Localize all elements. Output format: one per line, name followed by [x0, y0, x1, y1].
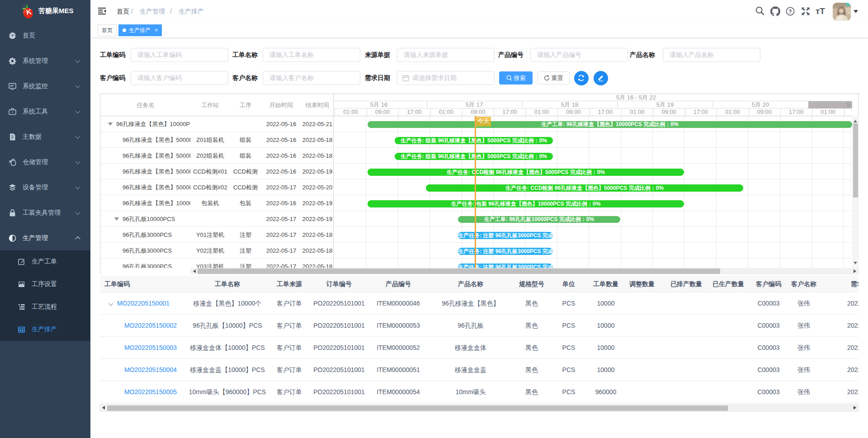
svg-text:K: K: [25, 8, 32, 16]
svg-text:?: ?: [788, 9, 792, 15]
